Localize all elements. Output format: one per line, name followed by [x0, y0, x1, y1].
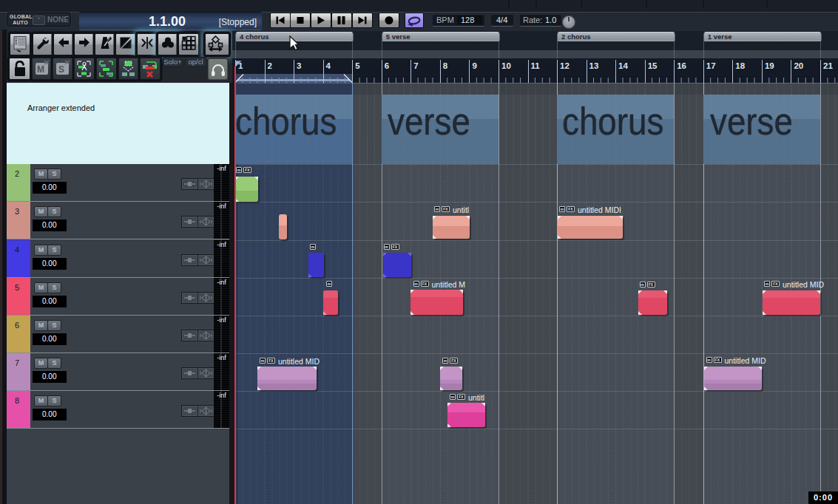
svg-text:S: S [58, 64, 64, 75]
svg-text:M: M [37, 64, 44, 75]
